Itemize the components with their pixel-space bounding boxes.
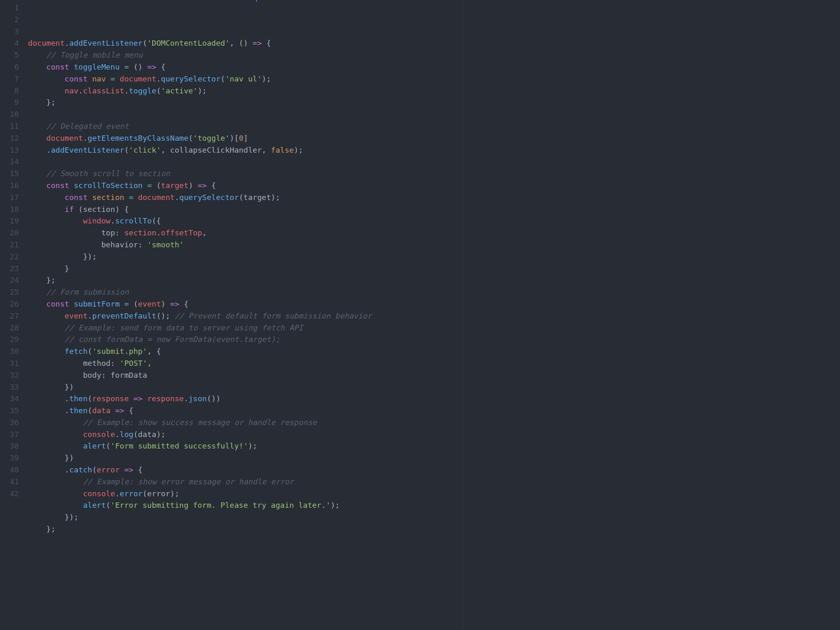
code-line[interactable]: // Example: send form data to server usi… xyxy=(28,322,840,334)
code-token: . xyxy=(65,39,69,47)
code-token xyxy=(28,418,83,427)
code-token: ({ xyxy=(152,216,161,225)
code-token: ] xyxy=(244,134,248,142)
code-token: alert xyxy=(83,442,106,450)
code-line[interactable]: .then(response => response.json()) xyxy=(28,393,840,405)
code-token: }) xyxy=(28,453,74,462)
code-token: 'toggle' xyxy=(193,134,230,142)
code-line[interactable]: document.getElementsByClassName('toggle'… xyxy=(28,133,840,144)
line-number: 18 xyxy=(0,204,19,216)
code-token xyxy=(28,430,83,439)
code-token: , xyxy=(147,359,152,367)
code-token xyxy=(28,347,65,356)
code-token: addEventListener xyxy=(69,39,142,47)
code-line[interactable]: // Form submission xyxy=(28,286,840,298)
code-token xyxy=(28,134,47,142)
code-token: . xyxy=(175,193,179,202)
code-token: . xyxy=(83,134,88,142)
code-token: }); xyxy=(28,252,97,261)
code-token: ( xyxy=(221,74,225,83)
code-token: // Delegated event xyxy=(47,122,129,130)
code-line[interactable]: .addEventListener('click', collapseClick… xyxy=(28,144,840,156)
code-line[interactable]: }); xyxy=(28,511,840,523)
code-line[interactable]: } xyxy=(28,263,840,275)
code-token: toggle xyxy=(129,86,156,95)
code-line[interactable]: body: formData xyxy=(28,370,840,381)
code-token: ); xyxy=(330,501,340,509)
line-number: 42 xyxy=(0,488,19,500)
code-token: => xyxy=(124,465,133,474)
code-token: , xyxy=(202,228,207,237)
code-line[interactable]: // Example: show success message or hand… xyxy=(28,417,840,429)
code-line[interactable]: const section = document.querySelector(t… xyxy=(28,192,840,204)
line-number: 38 xyxy=(0,440,19,452)
code-token: console xyxy=(83,489,115,498)
code-token: section xyxy=(124,228,156,237)
code-line[interactable]: .catch(error => { xyxy=(28,464,840,476)
code-line[interactable]: method: 'POST', xyxy=(28,358,840,370)
code-line[interactable]: const toggleMenu = () => { xyxy=(28,61,840,73)
code-line[interactable]: alert('Form submitted successfully!'); xyxy=(28,440,840,452)
code-token: , { xyxy=(147,347,161,356)
code-token: = xyxy=(129,193,133,202)
code-line[interactable]: .then(data => { xyxy=(28,405,840,417)
code-line[interactable]: const scrollToSection = (target) => { xyxy=(28,180,840,192)
code-line[interactable]: nav.classList.toggle('active'); xyxy=(28,85,840,97)
code-line[interactable]: const nav = document.querySelector('nav … xyxy=(28,73,840,85)
code-line[interactable]: window.scrollTo({ xyxy=(28,215,840,227)
code-token: // Toggle mobile menu xyxy=(47,51,143,59)
line-number: 20 xyxy=(0,227,19,239)
code-line[interactable]: event.preventDefault(); // Prevent defau… xyxy=(28,310,840,322)
code-line[interactable]: document.addEventListener('DOMContentLoa… xyxy=(28,37,840,49)
code-token: => xyxy=(253,39,262,47)
code-token: scrollTo xyxy=(115,216,152,225)
code-token: fetch xyxy=(65,347,88,356)
code-token xyxy=(124,193,129,202)
code-token: response xyxy=(147,394,184,403)
code-token: scrollToSection xyxy=(74,181,142,190)
code-line[interactable]: }) xyxy=(28,452,840,464)
code-token xyxy=(69,181,74,190)
code-line[interactable]: if (section) { xyxy=(28,204,840,216)
code-token: log xyxy=(120,430,133,439)
code-token: 'Error submitting form. Please try again… xyxy=(111,501,331,509)
code-line[interactable] xyxy=(28,109,840,121)
code-line[interactable]: const submitForm = (event) => { xyxy=(28,298,840,310)
code-line[interactable]: console.error(error); xyxy=(28,488,840,500)
code-line[interactable]: // Smooth scroll to section xyxy=(28,168,840,180)
code-token: => xyxy=(133,394,142,403)
code-line[interactable]: fetch('submit.php', { xyxy=(28,346,840,358)
code-line[interactable]: }; xyxy=(28,523,840,535)
code-token: querySelector xyxy=(161,74,221,83)
code-token xyxy=(69,63,74,71)
line-number: 25 xyxy=(0,286,19,298)
code-line[interactable]: }; xyxy=(28,274,840,286)
code-token: 'submit.php' xyxy=(92,347,147,356)
code-editor[interactable]: 1234567891011121314151617181920212223242… xyxy=(0,0,840,630)
code-line[interactable]: }; xyxy=(28,97,840,109)
line-number: 13 xyxy=(0,144,19,156)
code-token: 'active' xyxy=(161,86,198,95)
code-line[interactable]: // const formData = new FormData(event.t… xyxy=(28,334,840,346)
code-token xyxy=(28,86,65,95)
code-line[interactable] xyxy=(28,156,840,168)
code-token: => xyxy=(115,406,124,415)
line-number: 9 xyxy=(0,97,19,109)
code-token: (target); xyxy=(239,193,280,202)
code-line[interactable]: // Example: show error message or handle… xyxy=(28,476,840,488)
line-number: 36 xyxy=(0,417,19,429)
code-token: toggleMenu xyxy=(74,63,119,71)
code-token: => xyxy=(198,181,207,190)
code-line[interactable]: console.log(data); xyxy=(28,429,840,441)
code-token: (error); xyxy=(142,489,179,498)
code-line[interactable]: }); xyxy=(28,251,840,263)
code-area[interactable]: document.addEventListener('DOMContentLoa… xyxy=(26,0,840,630)
code-line[interactable]: behavior: 'smooth' xyxy=(28,239,840,251)
code-line[interactable]: // Toggle mobile menu xyxy=(28,49,840,61)
code-line[interactable]: alert('Error submitting form. Please try… xyxy=(28,500,840,511)
code-line[interactable]: top: section.offsetTop, xyxy=(28,227,840,239)
code-token: body: formData xyxy=(28,371,147,379)
code-line[interactable]: }) xyxy=(28,381,840,393)
line-number: 3 xyxy=(0,26,19,38)
code-line[interactable]: // Delegated event xyxy=(28,121,840,133)
